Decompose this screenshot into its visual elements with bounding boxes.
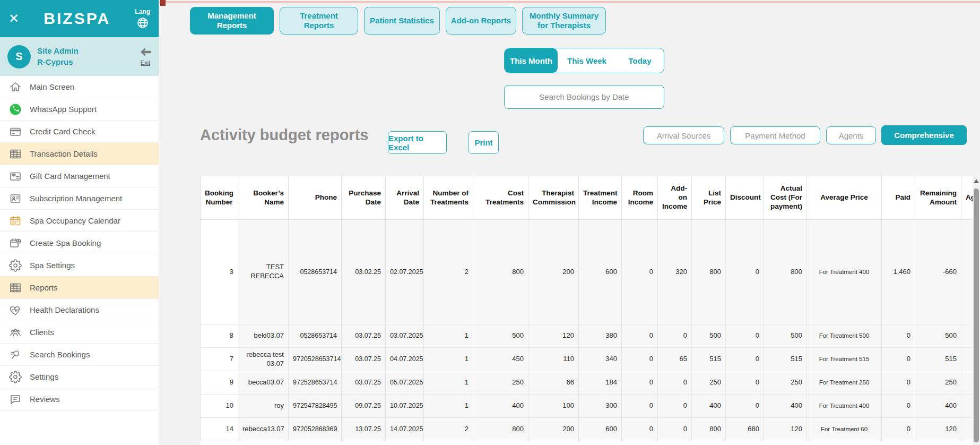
cell-list-price: 515: [692, 348, 726, 371]
period-today[interactable]: Today: [616, 48, 664, 73]
sidebar-item-health-declarations[interactable]: Health Declarations: [0, 299, 159, 321]
tab-patient-statistics[interactable]: Patient Statistics: [364, 7, 440, 35]
table-header-row: Booking NumberBooker’s NamePhonePurchase…: [201, 176, 973, 220]
cell-list-price: 500: [692, 324, 726, 348]
cell-agent: [961, 371, 973, 395]
lang-label: Lang: [135, 8, 150, 15]
sidebar-item-gift-card-management[interactable]: Gift Card Management: [0, 165, 159, 187]
top-accent-line: [159, 1, 980, 3]
column-header-purchase-date: Purchase Date: [342, 176, 386, 220]
cell-treatment-income: 340: [579, 348, 622, 371]
sidebar-item-label: Create Spa Booking: [30, 238, 101, 247]
cell-cost-treatments: 450: [473, 348, 528, 371]
period-this-week[interactable]: This Week: [558, 48, 616, 73]
sidebar-item-settings[interactable]: Settings: [0, 366, 159, 388]
export-to-excel-button[interactable]: Export to Excel: [388, 131, 447, 154]
top-accent-notch: [160, 0, 166, 6]
sidebar-item-label: Spa Settings: [30, 261, 75, 270]
close-icon[interactable]: ✕: [8, 12, 19, 25]
cell-booker-s-name: becca03.07: [238, 371, 289, 395]
arrival-sources-button[interactable]: Arrival Sources: [643, 126, 724, 144]
cell-remaining-amount: 500: [915, 324, 961, 348]
gear-icon: [8, 259, 22, 272]
print-button[interactable]: Print: [469, 131, 499, 154]
cell-discount: 680: [726, 418, 764, 441]
cell-treatment-income: 380: [579, 324, 622, 348]
cell-number-of-treatments: 1: [424, 324, 473, 348]
sidebar-item-main-screen[interactable]: Main Screen: [0, 76, 159, 98]
sidebar-item-label: Gift Card Management: [30, 172, 110, 181]
sidebar-item-credit-card-check[interactable]: Credit Card Check: [0, 121, 159, 143]
cell-therapist-commission: 110: [528, 348, 579, 371]
sidebar-item-reports[interactable]: Reports: [0, 277, 159, 299]
cell-booker-s-name: beki03.07: [238, 324, 289, 348]
cell-arrival-date: 10.07.2025: [386, 395, 424, 418]
column-header-arrival-date: Arrival Date: [386, 176, 424, 220]
agents-button[interactable]: Agents: [826, 126, 876, 144]
cell-paid: 0: [882, 395, 915, 418]
cell-number-of-treatments: 2: [424, 220, 473, 324]
vertical-scrollbar[interactable]: [973, 176, 980, 445]
cell-booker-s-name: rebecca13.07: [238, 418, 289, 441]
cell-purchase-date: 03.07.25: [342, 324, 386, 348]
exit-label: Exit: [141, 59, 150, 66]
cell-purchase-date: 03.02.25: [342, 220, 386, 324]
cell-average-price: For Treatment 60: [807, 418, 882, 441]
sidebar-item-create-spa-booking[interactable]: Create Spa Booking: [0, 232, 159, 254]
cell-average-price: For Treatment 515: [807, 348, 882, 371]
column-header-average-price: Average Price: [807, 176, 882, 220]
tab-treatment-reports[interactable]: Treatment Reports: [280, 7, 358, 35]
sidebar-item-subscription-management[interactable]: Subscription Management: [0, 187, 159, 210]
payment-method-button[interactable]: Payment Method: [730, 126, 820, 144]
table-grid-icon: [8, 147, 22, 161]
tab-management-reports[interactable]: Management Reports: [190, 7, 274, 35]
cell-average-price: For Treatment 250: [807, 371, 882, 395]
tab-add-on-reports[interactable]: Add-on Reports: [446, 7, 516, 35]
sidebar-item-spa-occupancy-calendar[interactable]: Spa Occupancy Calendar: [0, 210, 159, 232]
sidebar-item-transaction-details[interactable]: Transaction Details: [0, 143, 159, 165]
cell-list-price: 250: [692, 371, 726, 395]
period-toggle: This MonthThis WeekToday: [504, 48, 664, 73]
table-row: 8beki03.07052865371403.07.2503.07.202515…: [201, 324, 973, 348]
sidebar-item-clients[interactable]: Clients: [0, 321, 159, 344]
cell-actual-cost-for-payment-: 250: [764, 371, 807, 395]
sidebar-item-label: WhatsApp Support: [30, 105, 97, 114]
cell-agent: [961, 395, 973, 418]
main-content: Management ReportsTreatment ReportsPatie…: [159, 0, 980, 445]
scrollbar-thumb[interactable]: [974, 189, 979, 442]
cell-list-price: 400: [692, 395, 726, 418]
exit-button[interactable]: Exit: [140, 48, 151, 66]
tab-monthly-summary-for-therapists[interactable]: Monthly Summary for Therapists: [522, 7, 606, 35]
cell-booking-number: 8: [201, 324, 238, 348]
cell-treatment-income: 600: [579, 220, 622, 324]
column-header-booker-s-name: Booker’s Name: [238, 176, 289, 220]
user-name: R-Cyprus: [37, 57, 79, 67]
cell-arrival-date: 14.07.2025: [386, 418, 424, 441]
sidebar-item-whatsapp-support[interactable]: WhatsApp Support: [0, 98, 159, 121]
cell-arrival-date: 04.07.2025: [386, 348, 424, 371]
cell-paid: 0: [882, 371, 915, 395]
cell-agent: [961, 220, 973, 324]
comprehensive-button[interactable]: Comprehensive: [881, 125, 967, 145]
sidebar-item-label: Spa Occupancy Calendar: [30, 216, 120, 225]
search-bookings-by-date-button[interactable]: Search Bookings by Date: [504, 85, 664, 109]
cell-number-of-treatments: 1: [424, 395, 473, 418]
cell-cost-treatments: 400: [473, 395, 528, 418]
period-this-month[interactable]: This Month: [505, 48, 558, 73]
cell-cost-treatments: 800: [473, 418, 528, 441]
app-logo: BIZSPA: [19, 10, 135, 28]
cell-actual-cost-for-payment-: 500: [764, 324, 807, 348]
sidebar-item-reviews[interactable]: Reviews: [0, 388, 159, 410]
exit-arrow-icon: [140, 48, 151, 58]
column-header-add-on-income: Add-on Income: [658, 176, 692, 220]
language-switcher[interactable]: Lang: [135, 8, 150, 30]
sidebar-item-spa-settings[interactable]: Spa Settings: [0, 254, 159, 277]
scrollbar-up-arrow-icon[interactable]: [974, 179, 979, 183]
sidebar-item-search-bookings[interactable]: Search Bookings: [0, 344, 159, 366]
heart-pulse-icon: [8, 303, 22, 317]
table-row: 7rebecca test 03.07972052865371403.07.25…: [201, 348, 973, 371]
cell-paid: 0: [882, 324, 915, 348]
column-header-booking-number: Booking Number: [201, 176, 238, 220]
column-header-cost-treatments: Cost Treatments: [473, 176, 528, 220]
cell-add-on-income: 0: [658, 324, 692, 348]
